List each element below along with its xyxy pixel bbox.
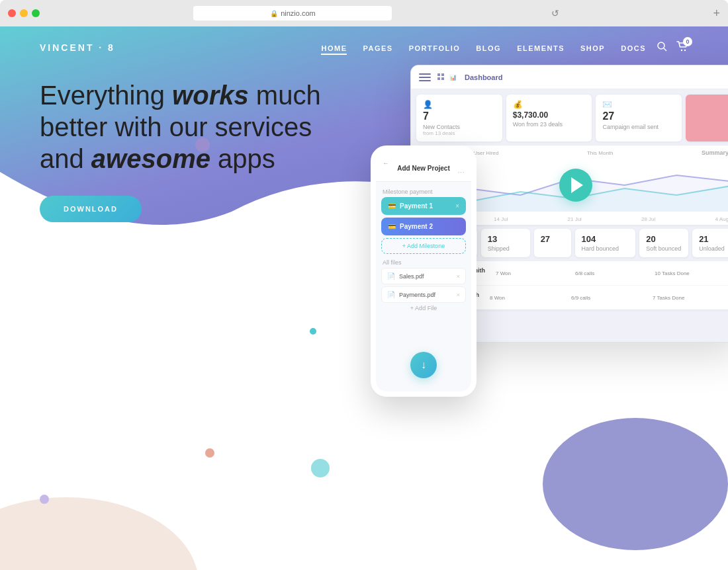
phone-download-button[interactable]: ↓ (410, 352, 437, 378)
phone-screen: ← Add New Project ··· Milestone payment … (376, 151, 471, 391)
mini-stat-soft: 20 Soft bounced (639, 229, 688, 257)
refresh-button[interactable]: ↺ (551, 8, 559, 19)
svg-line-2 (664, 48, 666, 51)
search-icon[interactable] (657, 41, 667, 54)
chart-period: This Month (587, 150, 614, 156)
person2-calls: 6/9 calls (571, 295, 647, 301)
hero-italic-works: works (172, 81, 249, 110)
phone-more-button[interactable]: ··· (457, 167, 465, 177)
new-tab-button[interactable]: + (713, 7, 720, 20)
unloaded-number: 21 (699, 234, 728, 244)
nav-blog[interactable]: BLOG (476, 44, 501, 52)
chart-label-3: 21 Jul (568, 216, 582, 222)
cart-icon[interactable]: 0 (676, 41, 688, 54)
chart-label-4: 28 Jul (641, 216, 655, 222)
revenue-number: $3,730.00 (513, 110, 586, 120)
browser-dot-green[interactable] (32, 9, 40, 17)
phone-files-label: All files (376, 257, 471, 268)
hero-title: Everything works muchbetter with our ser… (40, 79, 321, 175)
stat-card-extra (686, 95, 728, 142)
decorative-dot-peach (205, 448, 214, 458)
stat27-number: 27 (541, 234, 565, 244)
page-content: VINCENT · 8 HOME PAGES PORTFOLIO BLOG EL… (0, 26, 728, 570)
nav-pages[interactable]: PAGES (363, 44, 392, 52)
revenue-label: Won from 23 deals (513, 121, 586, 128)
phone-add-milestone[interactable]: + Add Milestone (381, 238, 466, 254)
file2-name: Payments.pdf (399, 292, 435, 298)
phone-back-button[interactable]: ← (383, 159, 389, 167)
background-blob-bottom-right (543, 418, 728, 550)
nav-elements[interactable]: ELEMENTS (517, 44, 565, 52)
navbar: VINCENT · 8 HOME PAGES PORTFOLIO BLOG EL… (0, 26, 728, 69)
play-button[interactable] (559, 169, 592, 202)
phone-milestone-label: Milestone payment (376, 184, 471, 197)
mini-stat-hard: 104 Hard bounced (575, 229, 636, 257)
email-icon: ✉️ (602, 100, 675, 109)
hero-italic-awesome: awesome (91, 144, 210, 173)
phone-file-1: 📄 Sales.pdf × (381, 268, 466, 284)
download-button[interactable]: DOWNLOAD (40, 196, 142, 222)
phone-payment-2[interactable]: 💳 Payment 2 (381, 218, 466, 235)
cart-count: 0 (683, 37, 692, 46)
url-text: ninzio.com (281, 9, 316, 17)
file1-name: Sales.pdf (399, 273, 424, 280)
payment1-icon: 💳 (388, 202, 396, 210)
contacts-label: New Contacts (423, 124, 496, 130)
contacts-icon: 👤 (423, 100, 496, 109)
dashboard-title: Dashboard (465, 73, 502, 81)
play-icon (571, 177, 583, 193)
phone-payment-1[interactable]: 💳 Payment 1 × (381, 197, 466, 215)
nav-icons: 0 (657, 41, 688, 54)
chart-summary: Summary (702, 149, 728, 156)
decorative-dot-teal (311, 459, 330, 477)
file2-icon: 📄 (387, 291, 395, 298)
nav-links: HOME PAGES PORTFOLIO BLOG ELEMENTS SHOP … (321, 42, 646, 54)
mini-stat-unloaded: 21 Unloaded (692, 229, 728, 257)
stat-card-revenue: 💰 $3,730.00 Won from 23 deals (506, 95, 592, 142)
hero-text-1: Everything (40, 81, 172, 110)
unloaded-label: Unloaded (699, 245, 728, 252)
svg-rect-6 (441, 73, 444, 76)
file2-close[interactable]: × (457, 292, 460, 298)
email-label: Campaign email sent (602, 124, 675, 130)
dashboard-header: 📊 Dashboard (411, 65, 728, 89)
nav-portfolio[interactable]: PORTFOLIO (409, 44, 461, 52)
svg-rect-7 (437, 77, 440, 80)
nav-docs[interactable]: DOCS (621, 44, 646, 52)
svg-point-4 (684, 50, 686, 51)
svg-point-0 (0, 497, 199, 570)
payment2-label: Payment 2 (400, 223, 433, 230)
hero-text-3: apps (210, 144, 275, 173)
decorative-dot-lavender (40, 495, 49, 504)
browser-dot-red[interactable] (8, 9, 16, 17)
person2-won: 8 Won (490, 295, 566, 301)
hard-bounced-label: Hard bounced (582, 245, 629, 252)
nav-shop[interactable]: SHOP (580, 44, 605, 52)
stats-row: 👤 7 New Contacts from 13 deals 💰 $3,730.… (416, 95, 728, 142)
site-logo[interactable]: VINCENT · 8 (40, 42, 115, 53)
phone-mockup: ← Add New Project ··· Milestone payment … (371, 145, 477, 397)
browser-dot-yellow[interactable] (20, 9, 28, 17)
mini-stat-shipped: 13 Shipped (481, 229, 530, 257)
person1-calls: 6/8 calls (575, 270, 649, 276)
chart-label-5: 4 Aug (715, 216, 728, 222)
chart-label-2: 14 Jul (494, 216, 508, 222)
phone-title: Add New Project (397, 165, 449, 172)
phone-add-file[interactable]: + Add File (381, 305, 466, 311)
phone-body: Milestone payment 💳 Payment 1 × 💳 Paymen… (376, 182, 471, 316)
person1-tasks: 10 Tasks Done (655, 270, 728, 276)
soft-bounced-number: 20 (646, 234, 682, 244)
soft-bounced-label: Soft bounced (646, 245, 682, 252)
contacts-number: 7 (423, 110, 496, 122)
person1-won: 7 Won (496, 270, 570, 276)
menu-icon (419, 73, 431, 81)
hard-bounced-number: 104 (582, 234, 629, 244)
nav-home[interactable]: HOME (321, 44, 347, 55)
payment1-close[interactable]: × (455, 202, 459, 210)
background-blob-bottom-left (0, 451, 232, 570)
hero-section: Everything works muchbetter with our ser… (40, 79, 321, 222)
person2-tasks: 7 Tasks Done (653, 295, 728, 301)
address-bar[interactable]: 🔒 ninzio.com (193, 6, 392, 20)
phone-download-icon: ↓ (421, 359, 426, 371)
file1-close[interactable]: × (457, 273, 460, 280)
